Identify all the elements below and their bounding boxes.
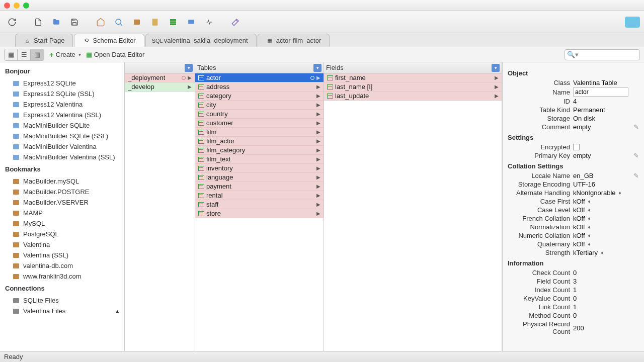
svg-rect-20 <box>13 232 19 237</box>
dropdown-icon[interactable]: ▾ <box>492 64 500 72</box>
open-folder-button[interactable] <box>48 15 64 29</box>
table-row[interactable]: country▶ <box>195 110 324 119</box>
search-button[interactable] <box>111 15 127 29</box>
svg-rect-13 <box>13 144 19 149</box>
home-button[interactable] <box>93 15 109 29</box>
diagnostics-button[interactable] <box>201 15 217 29</box>
inspector-panel: ObjectClassValentina TableNameID4Table K… <box>502 62 644 351</box>
sidebar-item[interactable]: MySQL <box>0 218 124 229</box>
wand-button[interactable] <box>227 15 244 29</box>
table-row[interactable]: film_actor▶ <box>195 137 324 146</box>
sidebar-item[interactable]: MacMiniBuilder Valentina (SSL) <box>0 152 124 162</box>
sidebar-item[interactable]: Valentina (SSL) <box>0 250 124 260</box>
table-row[interactable]: inventory▶ <box>195 164 324 173</box>
dropdown-icon[interactable]: ♦ <box>588 233 591 238</box>
table-row[interactable]: film▶ <box>195 128 324 137</box>
sql-button[interactable] <box>129 15 145 29</box>
fields-header[interactable]: Fields▾ <box>324 62 502 73</box>
view-diagram[interactable]: ▦ <box>5 49 18 60</box>
database-row[interactable]: _deployment▶ <box>125 73 195 82</box>
sidebar-item[interactable]: valentina-db.com <box>0 260 124 271</box>
table-row[interactable]: store▶ <box>195 209 324 218</box>
close-window[interactable] <box>4 3 10 9</box>
sidebar-item[interactable]: MacMiniBuilder SQLite <box>0 120 124 131</box>
sidebar-item[interactable]: SQLite Files <box>0 295 124 306</box>
table-row[interactable]: city▶ <box>195 101 324 110</box>
sidebar-item[interactable]: MacBuilder.mySQL <box>0 176 124 187</box>
tab-schema-editor[interactable]: ⟲Schema Editor <box>74 34 144 47</box>
create-button[interactable]: +Create ▾ <box>49 50 81 59</box>
inspector-row: Commentempty✎ <box>508 123 639 131</box>
tables-header[interactable]: Tables▾ <box>195 62 324 73</box>
tab-valentina-sakila-deployment[interactable]: SQLvalentina_sakila_deployment <box>145 34 257 47</box>
sidebar-item[interactable]: Express12 Valentina (SSL) <box>0 110 124 120</box>
table-row[interactable]: rental▶ <box>195 191 324 200</box>
view-list[interactable]: ☰ <box>18 49 31 60</box>
sidebar-item[interactable]: Valentina Files▴ <box>0 306 124 316</box>
sidebar-item[interactable]: MacBuilder.VSERVER <box>0 197 124 208</box>
data-editor-button[interactable] <box>165 15 181 29</box>
dropdown-icon[interactable]: ♦ <box>619 190 621 196</box>
dropdown-icon[interactable]: ♦ <box>601 250 603 255</box>
tab-actor-film-actor[interactable]: ▦actor-film_actor <box>258 34 330 47</box>
inspector-row: Index Count1 <box>508 286 639 294</box>
sidebar-item[interactable]: Express12 Valentina <box>0 99 124 110</box>
chat-button[interactable] <box>625 17 640 28</box>
inspector-section-header: Settings <box>508 134 639 141</box>
chevron-right-icon: ▶ <box>316 93 320 99</box>
sidebar-item[interactable]: PostgreSQL <box>0 229 124 239</box>
dropdown-icon[interactable]: ♦ <box>588 199 591 204</box>
new-file-button[interactable] <box>30 15 46 29</box>
svg-rect-12 <box>13 134 19 139</box>
zoom-window[interactable] <box>23 3 29 9</box>
sidebar-item[interactable]: Express12 SQLite (SSL) <box>0 88 124 99</box>
field-row[interactable]: first_name▶ <box>324 73 502 82</box>
save-button[interactable] <box>66 15 83 29</box>
tab-start-page[interactable]: ⌂Start Page <box>15 34 73 47</box>
view-columns[interactable]: ▥ <box>31 49 44 60</box>
table-row[interactable]: film_category▶ <box>195 146 324 155</box>
expand-icon[interactable]: ▴ <box>116 307 119 315</box>
table-row[interactable]: category▶ <box>195 92 324 101</box>
dropdown-icon[interactable]: ♦ <box>588 216 591 221</box>
schema-icon: ⟲ <box>83 37 90 44</box>
open-data-editor-button[interactable]: ▦Open Data Editor <box>86 51 144 58</box>
field-row[interactable]: last_update▶ <box>324 92 502 101</box>
search-input[interactable]: 🔍▾ <box>565 49 640 60</box>
databases-header[interactable]: ▾ <box>125 62 195 73</box>
table-icon <box>198 184 204 189</box>
report-button[interactable] <box>147 15 163 29</box>
dropdown-icon[interactable]: ▾ <box>185 64 193 72</box>
dropdown-icon[interactable]: ♦ <box>588 224 591 230</box>
edit-icon[interactable]: ✎ <box>633 152 639 159</box>
field-row[interactable]: last_name [I]▶ <box>324 82 502 92</box>
table-row[interactable]: customer▶ <box>195 119 324 128</box>
sidebar-item[interactable]: Express12 SQLite <box>0 78 124 88</box>
svg-rect-7 <box>13 81 19 86</box>
sidebar-item[interactable]: MAMP <box>0 208 124 218</box>
table-row[interactable]: payment▶ <box>195 182 324 191</box>
sidebar-item[interactable]: MacMiniBuilder SQLite (SSL) <box>0 131 124 141</box>
sidebar-item[interactable]: www.franklin3d.com <box>0 271 124 282</box>
sidebar-item[interactable]: MacMiniBuilder Valentina <box>0 141 124 152</box>
checkbox[interactable] <box>573 144 580 150</box>
refresh-button[interactable] <box>4 15 20 29</box>
edit-icon[interactable]: ✎ <box>633 123 639 131</box>
table-row[interactable]: address▶ <box>195 82 324 92</box>
database-row[interactable]: _develop▶ <box>125 82 195 92</box>
name-input[interactable] <box>573 87 628 97</box>
table-row[interactable]: actor▶ <box>195 73 324 82</box>
dropdown-icon[interactable]: ♦ <box>588 241 591 247</box>
sidebar-item[interactable]: Valentina <box>0 239 124 250</box>
forms-button[interactable] <box>183 15 199 29</box>
sidebar-item[interactable]: MacBuilder.POSTGRE <box>0 187 124 197</box>
edit-icon[interactable]: ✎ <box>633 172 639 179</box>
table-row[interactable]: language▶ <box>195 173 324 182</box>
table-row[interactable]: staff▶ <box>195 200 324 209</box>
db-icon <box>12 231 20 238</box>
table-icon <box>198 103 204 108</box>
minimize-window[interactable] <box>14 3 20 9</box>
dropdown-icon[interactable]: ▾ <box>313 64 321 72</box>
table-row[interactable]: film_text▶ <box>195 155 324 164</box>
dropdown-icon[interactable]: ♦ <box>588 207 591 213</box>
